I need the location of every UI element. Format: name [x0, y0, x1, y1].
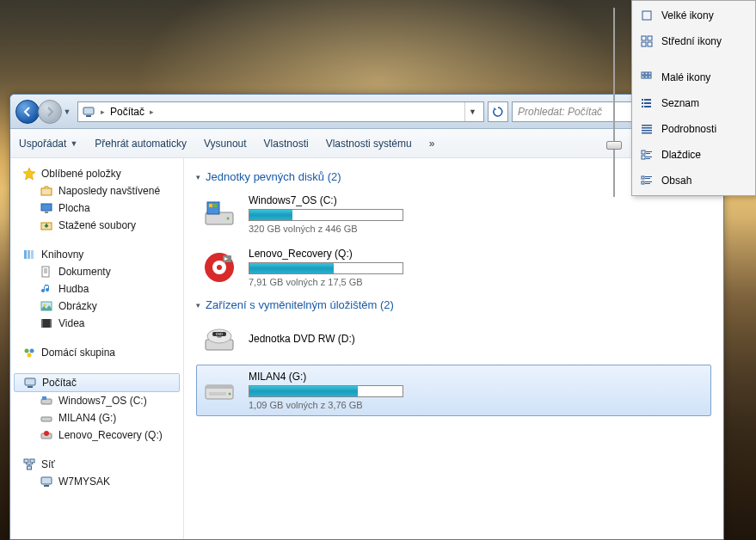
- address-dropdown[interactable]: ▼: [464, 102, 480, 121]
- libraries-header[interactable]: Knihovny: [10, 246, 183, 263]
- menu-item-large-icons[interactable]: Velké ikony: [634, 3, 753, 28]
- homegroup-header[interactable]: Domácí skupina: [10, 344, 183, 361]
- sidebar-item-label: Dokumenty: [58, 266, 111, 278]
- drive-dvd-icon: DVD: [200, 322, 238, 357]
- back-button[interactable]: [15, 100, 40, 124]
- svg-rect-78: [646, 158, 650, 159]
- svg-rect-63: [642, 99, 643, 101]
- svg-rect-84: [645, 183, 650, 184]
- nav-history-dropdown[interactable]: ▼: [62, 100, 72, 124]
- drive-name: Jednotka DVD RW (D:): [249, 333, 412, 345]
- sidebar-item-drive-g[interactable]: MILAN4 (G:): [10, 409, 183, 426]
- menu-item-tiles[interactable]: Dlaždice: [634, 142, 753, 168]
- svg-rect-76: [642, 156, 645, 159]
- details-icon: [639, 121, 655, 137]
- svg-rect-52: [642, 11, 651, 20]
- sidebar-item-desktop[interactable]: Plocha: [10, 199, 183, 217]
- svg-rect-23: [28, 386, 33, 388]
- sidebar-item-pictures[interactable]: Obrázky: [10, 298, 183, 315]
- capacity-bar: [249, 209, 403, 221]
- drive-free-text: 320 GB volných z 446 GB: [249, 224, 412, 234]
- sidebar-item-label: Naposledy navštívené: [58, 185, 160, 197]
- svg-rect-33: [44, 485, 49, 487]
- drive-hdd-icon: [200, 197, 238, 231]
- menu-item-details[interactable]: Podrobnosti: [634, 116, 753, 142]
- sidebar-item-drive-c[interactable]: Windows7_OS (C:): [10, 392, 183, 409]
- view-mode-menu: Velké ikony Střední ikony Malé ikony Sez…: [631, 0, 756, 196]
- svg-rect-17: [41, 319, 43, 328]
- svg-rect-10: [24, 250, 27, 259]
- svg-rect-12: [31, 250, 34, 259]
- group-header-removable[interactable]: ▾ Zařízení s vyměnitelným úložištěm (2): [196, 295, 711, 315]
- titlebar: ▼ ▸ Počítač ▸ ▼ Prohledat: Počítač: [10, 95, 723, 129]
- sidebar-item-documents[interactable]: Dokumenty: [10, 263, 183, 280]
- drive-item-c[interactable]: Windows7_OS (C:) 320 GB volných z 446 GB: [196, 188, 711, 240]
- svg-rect-62: [648, 76, 651, 78]
- svg-rect-54: [648, 36, 652, 40]
- more-button[interactable]: »: [429, 138, 435, 150]
- drive-name: Windows7_OS (C:): [249, 194, 412, 206]
- svg-rect-58: [645, 72, 648, 75]
- videos-icon: [40, 316, 53, 330]
- svg-point-51: [229, 393, 231, 396]
- drive-item-q[interactable]: Lenovo_Recovery (Q:) 7,91 GB volných z 1…: [196, 242, 711, 293]
- chevron-right-icon: ▸: [148, 107, 156, 116]
- drive-item-d[interactable]: DVD Jednotka DVD RW (D:): [196, 316, 711, 363]
- svg-rect-66: [644, 102, 651, 104]
- organize-button[interactable]: Uspořádat▼: [19, 138, 77, 150]
- svg-rect-57: [642, 72, 644, 75]
- list-icon: [639, 95, 655, 111]
- svg-rect-13: [42, 267, 49, 277]
- sidebar-item-network-pc[interactable]: W7MYSAK: [10, 473, 183, 490]
- svg-rect-83: [645, 181, 652, 182]
- sidebar-item-videos[interactable]: Videa: [10, 315, 183, 332]
- pictures-icon: [40, 299, 53, 313]
- network-header[interactable]: Síť: [10, 456, 183, 473]
- svg-rect-25: [42, 396, 46, 400]
- svg-point-28: [44, 431, 49, 436]
- svg-rect-56: [648, 42, 652, 46]
- svg-rect-49: [206, 385, 233, 389]
- drive-removable-icon: [200, 373, 238, 408]
- favorites-header[interactable]: Oblíbené položky: [10, 165, 183, 182]
- svg-rect-50: [209, 392, 226, 396]
- computer-header[interactable]: Počítač: [14, 373, 180, 392]
- svg-point-19: [25, 349, 29, 353]
- svg-rect-11: [28, 250, 30, 259]
- address-bar[interactable]: ▸ Počítač ▸ ▼: [77, 101, 484, 122]
- drive-name: MILAN4 (G:): [249, 371, 412, 383]
- sidebar-item-label: Hudba: [58, 283, 89, 295]
- menu-item-small-icons[interactable]: Malé ikony: [634, 64, 753, 90]
- drive-name: Lenovo_Recovery (Q:): [249, 248, 412, 260]
- sidebar-item-label: Plocha: [58, 202, 90, 214]
- properties-button[interactable]: Vlastnosti: [264, 138, 309, 150]
- network-icon: [22, 457, 36, 471]
- libraries-icon: [22, 248, 36, 261]
- eject-button[interactable]: Vysunout: [204, 138, 247, 150]
- refresh-button[interactable]: [488, 101, 508, 122]
- drive-item-g[interactable]: MILAN4 (G:) 1,09 GB volných z 3,76 GB: [196, 365, 711, 416]
- sidebar-item-label: W7MYSAK: [58, 476, 110, 488]
- system-properties-button[interactable]: Vlastnosti systému: [326, 138, 412, 150]
- music-icon: [40, 282, 53, 296]
- collapse-icon: ▾: [196, 173, 200, 181]
- computer-icon: [82, 105, 95, 119]
- svg-rect-71: [642, 130, 652, 132]
- menu-item-content[interactable]: Obsah: [634, 168, 753, 193]
- explorer-window: ▼ ▸ Počítač ▸ ▼ Prohledat: Počítač Uspoř…: [9, 94, 724, 540]
- breadcrumb-root[interactable]: Počítač: [107, 106, 148, 118]
- desktop-icon: [40, 201, 53, 215]
- sidebar-item-recent[interactable]: Naposledy navštívené: [10, 182, 183, 199]
- menu-item-list[interactable]: Seznam: [634, 90, 753, 116]
- forward-button[interactable]: [38, 100, 62, 124]
- sidebar-item-downloads[interactable]: Stažené soubory: [10, 217, 183, 234]
- svg-rect-67: [642, 106, 643, 107]
- autoplay-button[interactable]: Přehrát automaticky: [95, 138, 187, 150]
- large-icons-icon: [639, 8, 655, 23]
- sidebar-item-drive-q[interactable]: Lenovo_Recovery (Q:): [10, 426, 183, 444]
- sidebar-item-music[interactable]: Hudba: [10, 280, 183, 298]
- svg-point-41: [217, 265, 222, 270]
- svg-point-20: [30, 349, 34, 353]
- svg-rect-77: [646, 156, 652, 157]
- menu-item-medium-icons[interactable]: Střední ikony: [634, 28, 753, 54]
